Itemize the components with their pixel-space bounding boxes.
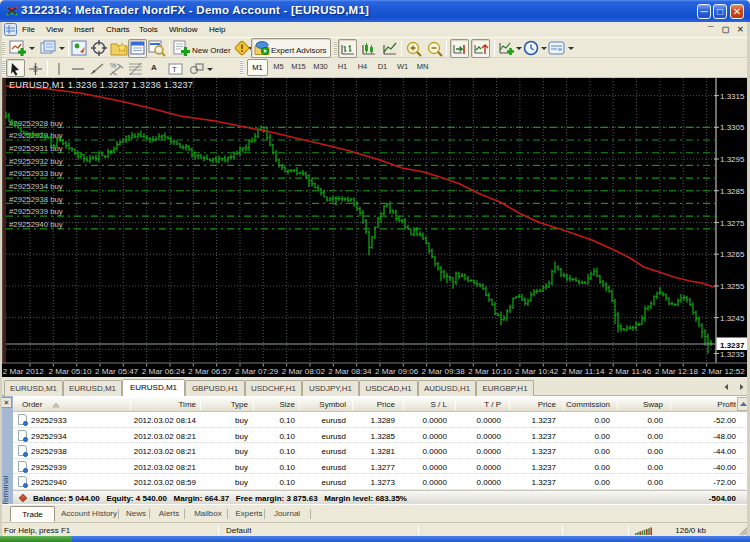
svg-text:#29252934 buy: #29252934 buy	[9, 182, 63, 191]
svg-text:%: %	[110, 62, 116, 69]
svg-text:2 Mar 11:14: 2 Mar 11:14	[562, 367, 605, 376]
svg-text:1.3265: 1.3265	[720, 250, 745, 259]
svg-text:#29252932 buy: #29252932 buy	[9, 157, 63, 166]
svg-text:2 Mar 09:06: 2 Mar 09:06	[375, 367, 419, 376]
svg-text:#29252933 buy: #29252933 buy	[9, 169, 63, 178]
svg-text:1.3235: 1.3235	[720, 350, 745, 359]
svg-text:2 Mar 10:10: 2 Mar 10:10	[468, 367, 512, 376]
svg-text:1.3285: 1.3285	[720, 187, 745, 196]
svg-text:2 Mar 11:46: 2 Mar 11:46	[609, 367, 652, 376]
svg-text:2 Mar 06:24: 2 Mar 06:24	[142, 367, 186, 376]
svg-text:#29252939 buy: #29252939 buy	[9, 207, 63, 216]
svg-text:1.3305: 1.3305	[720, 123, 745, 132]
svg-text:#29252938 buy: #29252938 buy	[9, 195, 63, 204]
svg-text:2 Mar 08:02: 2 Mar 08:02	[282, 367, 326, 376]
svg-text:2 Mar 10:42: 2 Mar 10:42	[515, 367, 559, 376]
svg-text:2 Mar 05:10: 2 Mar 05:10	[48, 367, 92, 376]
svg-text:1.3315: 1.3315	[720, 92, 745, 101]
svg-text:1.3255: 1.3255	[720, 282, 745, 291]
svg-text:2 Mar 06:57: 2 Mar 06:57	[188, 367, 232, 376]
svg-text:1.3237: 1.3237	[720, 341, 745, 350]
svg-text:2 Mar 09:38: 2 Mar 09:38	[422, 367, 466, 376]
svg-text:T: T	[172, 65, 177, 74]
svg-text:2 Mar 2012: 2 Mar 2012	[3, 367, 44, 376]
svg-text:2 Mar 08:34: 2 Mar 08:34	[328, 367, 372, 376]
svg-text:1.3295: 1.3295	[720, 155, 745, 164]
svg-text:2 Mar 12:52: 2 Mar 12:52	[702, 367, 746, 376]
svg-text:#29252928 buy: #29252928 buy	[9, 119, 63, 128]
svg-text:EURUSD,M1 1.3236 1.3237 1.323: EURUSD,M1 1.3236 1.3237 1.3236 1.3237	[9, 80, 193, 90]
svg-text:#29252940 buy: #29252940 buy	[9, 220, 63, 229]
svg-text:1.3275: 1.3275	[720, 219, 745, 228]
svg-text:2 Mar 07:29: 2 Mar 07:29	[235, 367, 279, 376]
svg-text:1.3245: 1.3245	[720, 314, 745, 323]
svg-text:2 Mar 05:47: 2 Mar 05:47	[95, 367, 139, 376]
svg-text:2 Mar 12:18: 2 Mar 12:18	[655, 367, 699, 376]
